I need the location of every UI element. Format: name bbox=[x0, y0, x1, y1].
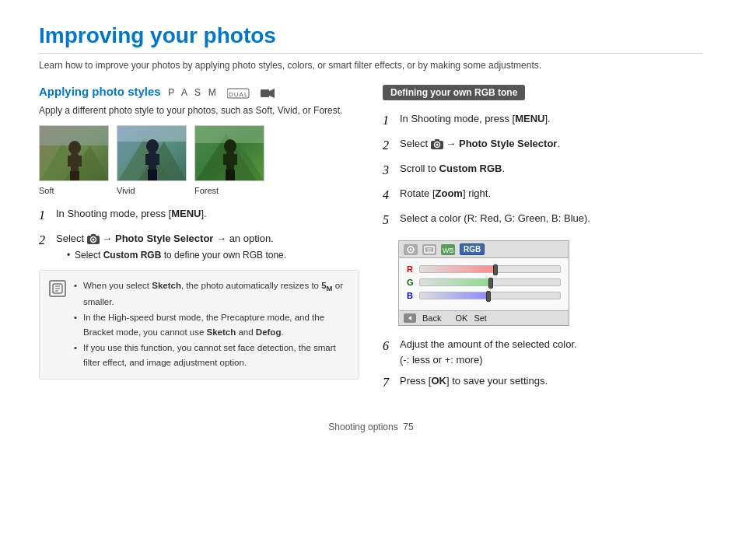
section-heading: Applying photo styles bbox=[39, 85, 161, 98]
left-column: Applying photo styles P A S M DUAL Apply… bbox=[39, 85, 359, 398]
rgb-ui-footer: Back OK Set bbox=[399, 310, 569, 325]
r-step-3: 3 Scroll to Custom RGB. bbox=[383, 161, 703, 180]
rgb-label-b: B bbox=[407, 291, 415, 300]
step-2-num: 2 bbox=[39, 231, 51, 250]
svg-rect-10 bbox=[68, 156, 73, 166]
r-step-5-num: 5 bbox=[383, 211, 395, 229]
photo-soft-svg bbox=[40, 126, 109, 181]
svg-point-37 bbox=[92, 238, 94, 240]
page-number: 75 bbox=[403, 422, 413, 432]
rgb-thumb-g[interactable] bbox=[488, 278, 493, 289]
svg-point-48 bbox=[410, 248, 412, 250]
svg-rect-23 bbox=[152, 170, 157, 180]
r-step-2: 2 Select → Photo Style Selector. bbox=[383, 136, 703, 155]
r-step-6-text: Adjust the amount of the selected color.… bbox=[400, 337, 703, 367]
svg-rect-12 bbox=[70, 171, 75, 180]
camera-icon-r2 bbox=[431, 139, 443, 149]
note-pencil-icon bbox=[52, 283, 63, 294]
rgb-footer-ok: OK bbox=[455, 313, 467, 323]
svg-rect-13 bbox=[75, 171, 79, 180]
svg-rect-33 bbox=[230, 170, 235, 180]
r-step-7-text: Press [OK] to save your settings. bbox=[400, 373, 703, 389]
svg-rect-30 bbox=[223, 154, 229, 165]
step-1-num: 1 bbox=[39, 206, 51, 225]
footer-bar: Shooting options 75 bbox=[39, 422, 703, 432]
r-step-2-num: 2 bbox=[383, 136, 395, 155]
photo-vivid bbox=[117, 125, 187, 181]
dual-icon: DUAL bbox=[227, 88, 250, 99]
rgb-icon-1 bbox=[404, 244, 418, 255]
camera-icon-inline bbox=[87, 234, 100, 244]
title-divider bbox=[39, 53, 703, 54]
svg-rect-2 bbox=[261, 89, 269, 97]
two-col-layout: Applying photo styles P A S M DUAL Apply… bbox=[39, 85, 703, 398]
rgb-footer-icon bbox=[404, 313, 416, 323]
rgb-fill-g bbox=[420, 279, 493, 285]
rgb-ui: WB RGB R G bbox=[398, 240, 569, 326]
note-icon bbox=[49, 280, 66, 297]
r-step-3-num: 3 bbox=[383, 161, 395, 180]
photo-soft bbox=[39, 125, 109, 181]
rgb-label-r: R bbox=[407, 264, 415, 274]
svg-marker-3 bbox=[269, 89, 275, 98]
svg-rect-22 bbox=[148, 170, 152, 180]
rgb-row-r: R bbox=[407, 264, 561, 274]
section-modes: P A S M DUAL bbox=[168, 87, 275, 98]
rgb-label-g: G bbox=[407, 278, 415, 287]
rgb-footer-set: Set bbox=[474, 313, 487, 323]
step-2-text: Select → Photo Style Selector → an optio… bbox=[56, 231, 359, 263]
note-content: When you select Sketch, the photo automa… bbox=[74, 278, 349, 371]
r-step-5-text: Select a color (R: Red, G: Green, B: Blu… bbox=[400, 211, 703, 226]
photo-forest-svg bbox=[195, 126, 264, 181]
r-step-6-num: 6 bbox=[383, 337, 395, 355]
r-step-3-text: Scroll to Custom RGB. bbox=[400, 161, 703, 177]
r-step-1: 1 In Shooting mode, press [MENU]. bbox=[383, 111, 703, 130]
rgb-track-b bbox=[419, 292, 561, 299]
rgb-row-g: G bbox=[407, 278, 561, 287]
svg-rect-20 bbox=[145, 154, 151, 165]
svg-point-45 bbox=[436, 144, 438, 146]
section-heading-row: Applying photo styles P A S M DUAL bbox=[39, 85, 359, 99]
r-step-7-num: 7 bbox=[383, 373, 395, 392]
r-step-4: 4 Rotate [Zoom] right. bbox=[383, 186, 703, 205]
svg-point-8 bbox=[68, 141, 81, 155]
svg-rect-31 bbox=[232, 154, 237, 165]
photo-forest bbox=[194, 125, 264, 181]
rgb-row-b: B bbox=[407, 291, 561, 300]
svg-text:DUAL: DUAL bbox=[229, 91, 248, 98]
step-1-text: In Shooting mode, press [MENU]. bbox=[56, 206, 359, 222]
step-2: 2 Select → Photo Style Selector → an opt… bbox=[39, 231, 359, 263]
rgb-ui-titlebar: WB RGB bbox=[399, 241, 569, 258]
rgb-icon-3: WB bbox=[441, 244, 455, 255]
page-subtitle: Learn how to improve your photos by appl… bbox=[39, 60, 703, 71]
svg-rect-32 bbox=[226, 170, 230, 180]
rgb-track-r bbox=[419, 265, 561, 273]
r-step-2-text: Select → Photo Style Selector. bbox=[400, 136, 703, 152]
step-1: 1 In Shooting mode, press [MENU]. bbox=[39, 206, 359, 225]
rgb-label-active: RGB bbox=[460, 243, 485, 255]
r-step-7: 7 Press [OK] to save your settings. bbox=[383, 373, 703, 392]
rgb-ui-body: R G B bbox=[399, 258, 569, 310]
rgb-thumb-b[interactable] bbox=[486, 291, 491, 302]
rgb-footer-back: Back bbox=[422, 313, 441, 323]
svg-rect-21 bbox=[154, 154, 159, 165]
rgb-track-g bbox=[419, 278, 561, 286]
svg-point-28 bbox=[224, 139, 236, 153]
r-step-5: 5 Select a color (R: Red, G: Green, B: B… bbox=[383, 211, 703, 229]
svg-rect-17 bbox=[117, 126, 187, 142]
r-step-4-num: 4 bbox=[383, 186, 395, 205]
r-step-1-text: In Shooting mode, press [MENU]. bbox=[400, 111, 703, 127]
step-2-subs: Select Custom RGB to define your own RGB… bbox=[56, 248, 359, 262]
video-icon bbox=[261, 88, 275, 99]
note-box: When you select Sketch, the photo automa… bbox=[39, 270, 359, 380]
defining-badge: Defining your own RGB tone bbox=[383, 85, 525, 100]
svg-point-18 bbox=[146, 139, 159, 153]
footer-label: Shooting options bbox=[328, 422, 397, 432]
svg-rect-11 bbox=[76, 156, 82, 166]
rgb-fill-r bbox=[420, 266, 497, 272]
right-column: Defining your own RGB tone 1 In Shooting… bbox=[383, 85, 703, 398]
r-step-4-text: Rotate [Zoom] right. bbox=[400, 186, 703, 201]
photo-row bbox=[39, 125, 359, 181]
rgb-fill-b bbox=[420, 292, 490, 299]
rgb-thumb-r[interactable] bbox=[493, 264, 498, 275]
